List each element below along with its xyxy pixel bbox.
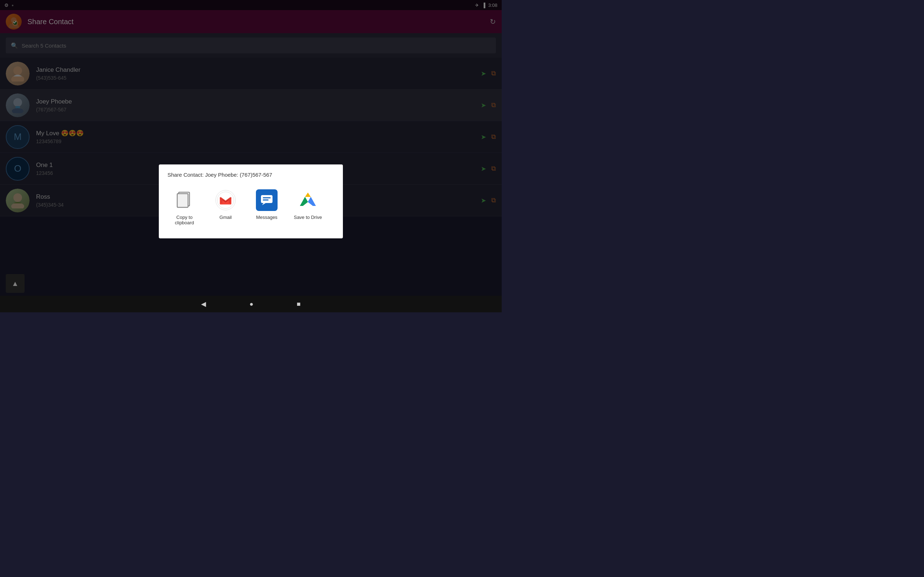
recents-button[interactable]: ■ bbox=[297, 300, 300, 308]
copy-clipboard-label: Copy toclipboard bbox=[175, 214, 194, 226]
overlay bbox=[0, 0, 502, 296]
messages-label: Messages bbox=[256, 214, 277, 220]
back-button[interactable]: ◀ bbox=[201, 300, 206, 308]
home-button[interactable]: ● bbox=[249, 300, 254, 308]
drive-icon bbox=[297, 189, 319, 211]
share-app-copy-clipboard[interactable]: Copy toclipboard bbox=[165, 187, 204, 228]
copy-icon-svg bbox=[175, 190, 194, 210]
svg-marker-22 bbox=[305, 193, 311, 197]
svg-rect-12 bbox=[177, 193, 188, 207]
gmail-svg bbox=[217, 192, 234, 209]
svg-marker-16 bbox=[262, 203, 266, 205]
gmail-icon bbox=[215, 189, 236, 211]
svg-rect-15 bbox=[261, 195, 273, 203]
svg-rect-17 bbox=[263, 197, 271, 198]
gmail-label: Gmail bbox=[220, 214, 232, 220]
share-app-messages[interactable]: Messages bbox=[247, 187, 287, 228]
copy-clipboard-icon bbox=[174, 189, 195, 211]
svg-point-13 bbox=[217, 192, 234, 208]
share-app-drive[interactable]: Save to Drive bbox=[288, 187, 328, 228]
gmail-m-icon bbox=[215, 190, 236, 210]
share-app-gmail[interactable]: Gmail bbox=[206, 187, 246, 228]
drive-svg bbox=[298, 190, 318, 210]
messages-chat-icon bbox=[257, 190, 277, 210]
share-dialog-title: Share Contact: Joey Phoebe: (767)567-567 bbox=[159, 164, 343, 184]
svg-rect-18 bbox=[263, 200, 268, 200]
share-dialog: Share Contact: Joey Phoebe: (767)567-567… bbox=[159, 164, 343, 239]
share-apps-row: Copy toclipboard bbox=[159, 184, 343, 231]
svg-marker-24 bbox=[308, 197, 316, 206]
svg-marker-23 bbox=[300, 197, 308, 206]
drive-label: Save to Drive bbox=[294, 214, 322, 220]
nav-bar: ◀ ● ■ bbox=[0, 296, 502, 312]
drive-tri-icon bbox=[298, 190, 318, 210]
messages-icon bbox=[256, 189, 278, 211]
messages-svg bbox=[260, 193, 274, 207]
